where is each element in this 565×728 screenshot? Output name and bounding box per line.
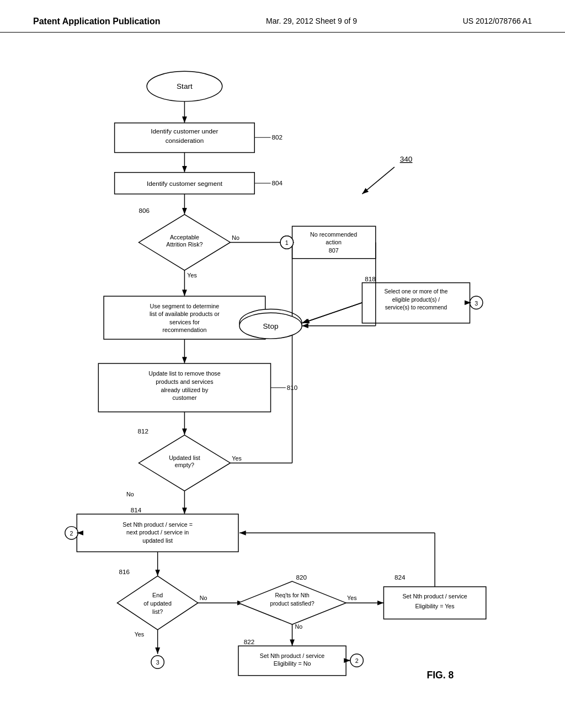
svg-text:Set Nth product / service: Set Nth product / service xyxy=(402,593,467,599)
svg-text:804: 804 xyxy=(271,179,282,186)
svg-text:No: No xyxy=(232,234,239,241)
svg-text:Start: Start xyxy=(177,82,193,90)
svg-text:End: End xyxy=(152,592,163,598)
svg-text:list of available products or: list of available products or xyxy=(150,311,220,317)
svg-text:Req'ts for Nth: Req'ts for Nth xyxy=(275,592,310,598)
svg-text:Eligibility = Yes: Eligibility = Yes xyxy=(415,603,454,609)
svg-text:updated list: updated list xyxy=(142,537,173,544)
svg-text:eligible product(s) /: eligible product(s) / xyxy=(392,297,440,303)
svg-text:Identify customer segment: Identify customer segment xyxy=(147,180,223,187)
svg-text:807: 807 xyxy=(329,247,339,254)
svg-text:3: 3 xyxy=(156,659,159,666)
svg-text:812: 812 xyxy=(138,427,149,435)
svg-text:Yes: Yes xyxy=(187,272,197,279)
svg-text:Acceptable: Acceptable xyxy=(170,234,199,240)
svg-text:802: 802 xyxy=(271,133,282,141)
svg-text:products and services: products and services xyxy=(156,378,213,385)
svg-text:already utilized by: already utilized by xyxy=(161,387,209,393)
svg-text:3: 3 xyxy=(475,300,478,307)
svg-text:list?: list? xyxy=(152,608,163,615)
page-header: Patent Application Publication Mar. 29, … xyxy=(0,0,565,33)
svg-text:340: 340 xyxy=(400,155,413,163)
svg-text:No: No xyxy=(126,491,134,497)
svg-text:consideration: consideration xyxy=(166,137,204,144)
svg-text:Updated list: Updated list xyxy=(169,454,200,461)
svg-text:Eligibility = No: Eligibility = No xyxy=(274,660,311,667)
svg-text:services for: services for xyxy=(169,319,200,325)
svg-text:806: 806 xyxy=(139,207,150,214)
svg-text:Update list to remove those: Update list to remove those xyxy=(148,370,221,377)
svg-text:818: 818 xyxy=(365,275,376,282)
flowchart-svg: Start Identify customer under considerat… xyxy=(0,33,565,694)
svg-text:2: 2 xyxy=(70,530,73,537)
svg-text:Set Nth product / service: Set Nth product / service xyxy=(260,652,324,659)
svg-text:824: 824 xyxy=(395,574,406,581)
svg-text:empty?: empty? xyxy=(175,462,194,468)
svg-text:service(s) to recommend: service(s) to recommend xyxy=(385,304,447,311)
svg-text:Yes: Yes xyxy=(135,631,144,638)
svg-text:No recommended: No recommended xyxy=(310,231,357,238)
svg-text:Set Nth product / service =: Set Nth product / service = xyxy=(122,521,193,528)
svg-text:Identify customer under: Identify customer under xyxy=(151,127,218,135)
svg-text:of updated: of updated xyxy=(143,600,172,607)
publication-title: Patent Application Publication xyxy=(33,17,161,26)
svg-text:Select one or more of the: Select one or more of the xyxy=(384,288,447,295)
svg-text:1: 1 xyxy=(285,239,289,246)
svg-line-115 xyxy=(302,303,362,323)
svg-text:Attrition Risk?: Attrition Risk? xyxy=(166,241,202,248)
publication-date-sheet: Mar. 29, 2012 Sheet 9 of 9 xyxy=(266,17,357,25)
svg-text:822: 822 xyxy=(244,638,255,645)
svg-text:next product / service in: next product / service in xyxy=(126,529,189,536)
svg-text:customer: customer xyxy=(172,394,197,401)
svg-text:recommendation: recommendation xyxy=(163,326,207,333)
svg-text:FIG. 8: FIG. 8 xyxy=(427,670,454,681)
publication-number: US 2012/078766 A1 xyxy=(463,17,532,25)
svg-text:action: action xyxy=(326,239,342,245)
svg-text:No: No xyxy=(295,623,302,630)
svg-line-111 xyxy=(362,167,395,194)
svg-text:816: 816 xyxy=(119,568,130,575)
svg-text:Use segment to determine: Use segment to determine xyxy=(150,303,220,309)
svg-text:814: 814 xyxy=(131,506,142,513)
svg-text:820: 820 xyxy=(296,574,307,581)
diagram-area: Start Identify customer under considerat… xyxy=(0,33,565,694)
svg-text:2: 2 xyxy=(355,657,359,664)
svg-text:Stop: Stop xyxy=(263,322,279,330)
svg-text:product satisfied?: product satisfied? xyxy=(270,601,315,607)
svg-text:Yes: Yes xyxy=(347,595,357,601)
svg-text:Yes: Yes xyxy=(232,455,242,462)
svg-text:No: No xyxy=(200,595,207,601)
